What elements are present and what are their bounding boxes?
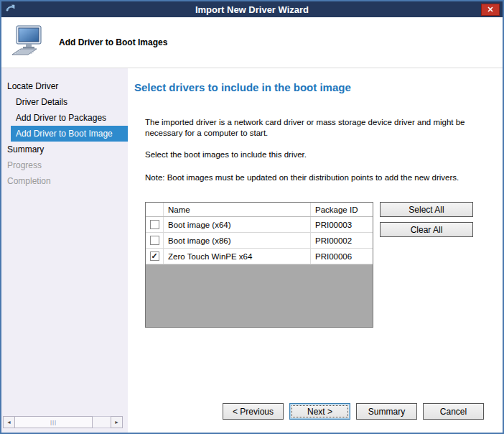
table-row[interactable]: Zero Touch WinPE x64 PRI00006 xyxy=(146,249,373,264)
step-summary[interactable]: Summary xyxy=(1,142,128,157)
cancel-button[interactable]: Cancel xyxy=(423,403,484,420)
table-row[interactable]: Boot image (x64) PRI00003 xyxy=(146,217,373,233)
scroll-right-icon[interactable]: ► xyxy=(111,416,123,428)
next-button[interactable]: Next > xyxy=(289,403,350,420)
close-button[interactable] xyxy=(481,4,500,16)
wizard-app-icon xyxy=(4,4,16,15)
step-completion: Completion xyxy=(1,173,128,189)
wizard-header: Add Driver to Boot Images xyxy=(1,17,503,68)
cell-package-id: PRI00003 xyxy=(311,217,373,232)
column-header-checkbox xyxy=(146,203,164,216)
table-empty-area xyxy=(146,264,373,327)
description-text: The imported driver is a network card dr… xyxy=(145,117,485,139)
step-add-driver-to-packages[interactable]: Add Driver to Packages xyxy=(1,110,128,126)
note-text: Note: Boot images must be updated on the… xyxy=(145,172,485,183)
step-progress: Progress xyxy=(1,157,128,173)
checkbox-boot-image-x64[interactable] xyxy=(150,220,159,229)
cell-package-id: PRI00006 xyxy=(311,249,373,264)
table-row[interactable]: Boot image (x86) PRI00002 xyxy=(146,233,373,249)
wizard-window: Import New Driver Wizard xyxy=(0,0,504,434)
scrollbar-track[interactable] xyxy=(93,416,111,428)
step-add-driver-to-boot-image[interactable]: Add Driver to Boot Image xyxy=(11,126,128,142)
horizontal-scrollbar[interactable]: ◄ ||| ► xyxy=(3,416,123,428)
cell-name: Zero Touch WinPE x64 xyxy=(164,249,311,264)
checkbox-boot-image-x86[interactable] xyxy=(150,236,159,245)
step-locate-driver[interactable]: Locate Driver xyxy=(1,78,128,94)
window-title: Import New Driver Wizard xyxy=(1,4,503,15)
wizard-navigation: < Previous Next > Summary Cancel xyxy=(223,403,484,420)
instruction-text: Select the boot images to include this d… xyxy=(145,149,485,160)
page-title: Select drivers to include in the boot im… xyxy=(134,81,485,93)
wizard-content: Select drivers to include in the boot im… xyxy=(128,68,503,433)
computer-icon xyxy=(10,25,45,60)
wizard-steps-sidebar: Locate Driver Driver Details Add Driver … xyxy=(1,68,128,433)
table-header-row: Name Package ID xyxy=(146,203,373,217)
boot-images-table: Name Package ID Boot image (x64) PRI0000… xyxy=(145,202,373,328)
cell-package-id: PRI00002 xyxy=(311,233,373,248)
scrollbar-grip-icon: ||| xyxy=(50,420,57,425)
select-all-button[interactable]: Select All xyxy=(380,202,473,217)
summary-button[interactable]: Summary xyxy=(356,403,417,420)
column-header-name[interactable]: Name xyxy=(164,203,311,216)
step-driver-details[interactable]: Driver Details xyxy=(1,94,128,110)
cell-name: Boot image (x64) xyxy=(164,217,311,232)
clear-all-button[interactable]: Clear All xyxy=(380,222,473,237)
scroll-left-icon[interactable]: ◄ xyxy=(3,416,15,428)
cell-name: Boot image (x86) xyxy=(164,233,311,248)
scrollbar-thumb[interactable]: ||| xyxy=(15,416,93,428)
titlebar: Import New Driver Wizard xyxy=(1,1,503,17)
checkbox-zero-touch-winpe-x64[interactable] xyxy=(150,251,159,261)
column-header-package-id[interactable]: Package ID xyxy=(311,203,373,216)
previous-button[interactable]: < Previous xyxy=(223,403,284,420)
header-title: Add Driver to Boot Images xyxy=(59,37,167,47)
